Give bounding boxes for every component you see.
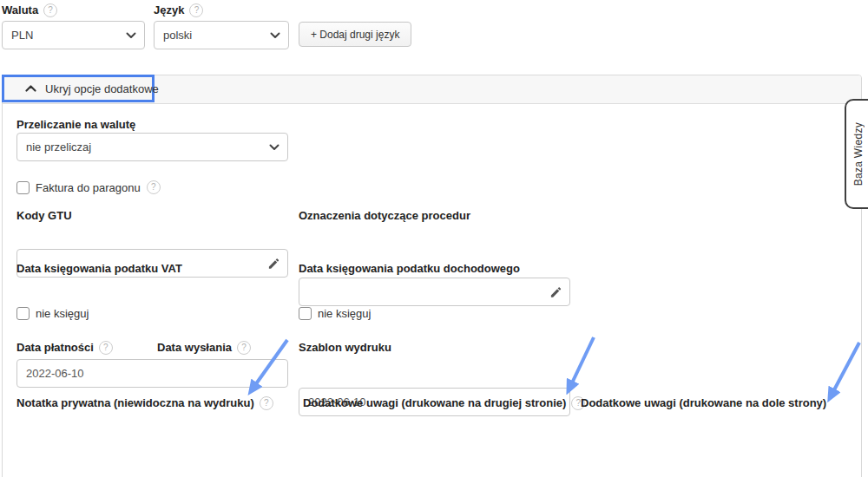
vat-date-label-row: Data księgowania podatku VAT — [16, 261, 182, 276]
notes-bottom-label-row: Dodatkowe uwagi (drukowane na dole stron… — [581, 395, 826, 410]
gtu-label: Kody GTU — [16, 209, 72, 222]
template-label-row: Szablon wydruku — [299, 340, 391, 355]
help-icon[interactable]: ? — [43, 3, 57, 17]
income-no-booking-label: nie księguj — [318, 307, 371, 320]
help-icon[interactable]: ? — [189, 3, 203, 17]
chevron-up-icon — [25, 85, 36, 92]
template-label: Szablon wydruku — [299, 341, 391, 354]
notes-second-page-label: Dodatkowe uwagi (drukowane na drugiej st… — [303, 396, 566, 409]
toggle-label: Ukryj opcje dodatkowe — [45, 82, 159, 95]
language-label: Język — [154, 3, 184, 16]
private-note-label-row: Notatka prywatna (niewidoczna na wydruku… — [16, 395, 273, 410]
receipt-invoice-label: Faktura do paragonu — [36, 181, 141, 194]
vat-no-booking-row: nie księguj — [16, 305, 89, 321]
add-second-language-button[interactable]: + Dodaj drugi język — [299, 22, 411, 47]
currency-select[interactable]: PLN — [2, 21, 145, 49]
receipt-invoice-row: Faktura do paragonu ? — [16, 180, 161, 195]
pencil-icon[interactable] — [549, 285, 562, 298]
additional-options-panel: Ukryj opcje dodatkowe Przeliczanie na wa… — [2, 75, 862, 477]
conversion-select[interactable]: nie przeliczaj — [16, 133, 288, 161]
income-no-booking-row: nie księguj — [299, 305, 371, 321]
private-note-label: Notatka prywatna (niewidoczna na wydruku… — [16, 396, 254, 409]
gtu-label-row: Kody GTU — [16, 208, 72, 223]
vat-date-label: Data księgowania podatku VAT — [16, 262, 182, 275]
vat-no-booking-checkbox[interactable] — [16, 307, 30, 320]
help-icon[interactable]: ? — [147, 180, 161, 194]
sent-date-label-row: Data wysłania ? — [157, 340, 251, 355]
payment-date-label-row: Data płatności ? — [16, 340, 113, 355]
help-icon[interactable]: ? — [260, 396, 273, 410]
procedures-input[interactable] — [299, 278, 570, 306]
currency-field: Waluta ? PLN — [2, 3, 145, 49]
knowledge-base-tab[interactable]: Baza Wiedzy — [845, 99, 868, 209]
notes-second-page-label-row: Dodatkowe uwagi (drukowane na drugiej st… — [303, 395, 585, 410]
income-date-label: Data księgowania podatku dochodowego — [299, 262, 520, 275]
notes-bottom-label: Dodatkowe uwagi (drukowane na dole stron… — [581, 396, 826, 409]
help-icon[interactable]: ? — [99, 341, 113, 355]
pencil-icon[interactable] — [267, 257, 280, 270]
receipt-invoice-checkbox[interactable] — [16, 181, 30, 194]
payment-date-label: Data płatności — [16, 341, 94, 354]
currency-label: Waluta — [2, 3, 38, 16]
conversion-label: Przeliczanie na walutę — [16, 118, 135, 131]
income-no-booking-checkbox[interactable] — [299, 307, 312, 320]
procedures-label-row: Oznaczenia dotyczące procedur — [299, 208, 470, 223]
hide-additional-options-toggle[interactable]: Ukryj opcje dodatkowe — [2, 75, 155, 102]
vat-no-booking-label: nie księguj — [36, 307, 89, 320]
sent-date-label: Data wysłania — [157, 341, 232, 354]
help-icon[interactable]: ? — [237, 341, 251, 355]
income-date-label-row: Data księgowania podatku dochodowego — [299, 261, 520, 276]
knowledge-base-tab-label: Baza Wiedzy — [852, 122, 865, 186]
conversion-label-row: Przeliczanie na walutę — [16, 117, 135, 132]
language-select[interactable]: polski — [154, 21, 289, 49]
vat-date-input[interactable] — [16, 359, 288, 388]
procedures-label: Oznaczenia dotyczące procedur — [299, 209, 470, 222]
language-field: Język ? polski — [154, 3, 289, 49]
